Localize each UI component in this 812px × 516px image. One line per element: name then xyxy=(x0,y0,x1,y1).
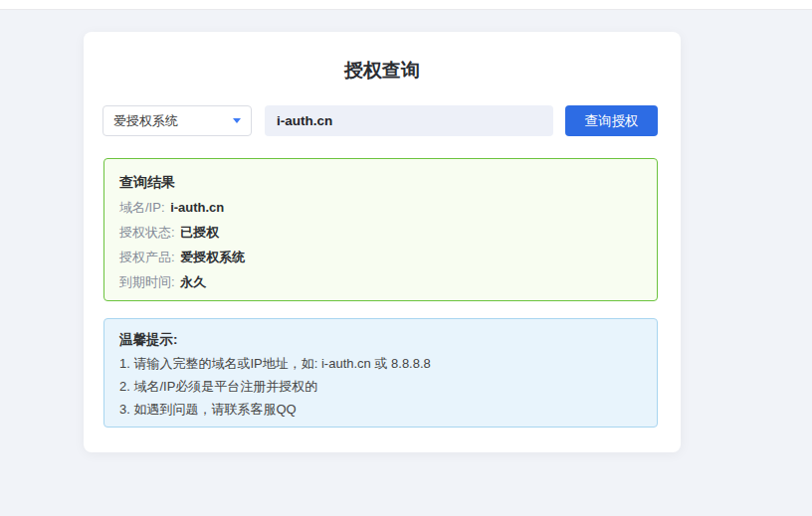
result-row: 域名/IP: i-auth.cn xyxy=(119,199,642,217)
result-row-value: 爱授权系统 xyxy=(180,250,245,264)
tip-item: 1. 请输入完整的域名或IP地址，如: i-auth.cn 或 8.8.8.8 xyxy=(119,355,642,372)
tip-item: 3. 如遇到问题，请联系客服QQ xyxy=(119,401,642,418)
result-panel: 查询结果 域名/IP: i-auth.cn 授权状态: 已授权 授权产品: 爱授… xyxy=(103,158,658,301)
result-row: 授权产品: 爱授权系统 xyxy=(119,249,642,266)
result-row-value: 永久 xyxy=(180,274,206,289)
product-select-value: 爱授权系统 xyxy=(113,112,178,130)
top-bar xyxy=(0,0,812,10)
result-row-label: 授权状态: xyxy=(119,225,178,240)
tip-item: 2. 域名/IP必须是平台注册并授权的 xyxy=(119,378,642,395)
query-card: 授权查询 爱授权系统 查询授权 查询结果 域名/IP: i-auth.cn 授权… xyxy=(84,32,681,452)
result-row-label: 授权产品: xyxy=(119,250,178,264)
query-auth-button[interactable]: 查询授权 xyxy=(565,105,658,136)
result-row: 到期时间: 永久 xyxy=(119,273,642,291)
result-row-label: 域名/IP: xyxy=(119,200,168,215)
product-select[interactable]: 爱授权系统 xyxy=(102,105,252,136)
result-title: 查询结果 xyxy=(119,172,642,192)
result-row-label: 到期时间: xyxy=(119,274,178,289)
tips-panel: 温馨提示: 1. 请输入完整的域名或IP地址，如: i-auth.cn 或 8.… xyxy=(103,318,658,428)
result-row-value: i-auth.cn xyxy=(170,200,224,215)
chevron-down-icon xyxy=(233,118,241,123)
result-row: 授权状态: 已授权 xyxy=(119,224,642,242)
query-form: 爱授权系统 查询授权 xyxy=(102,105,658,136)
tips-title: 温馨提示: xyxy=(119,331,642,349)
result-row-value: 已授权 xyxy=(180,225,219,240)
domain-input[interactable] xyxy=(265,105,553,136)
page-title: 授权查询 xyxy=(84,32,681,81)
